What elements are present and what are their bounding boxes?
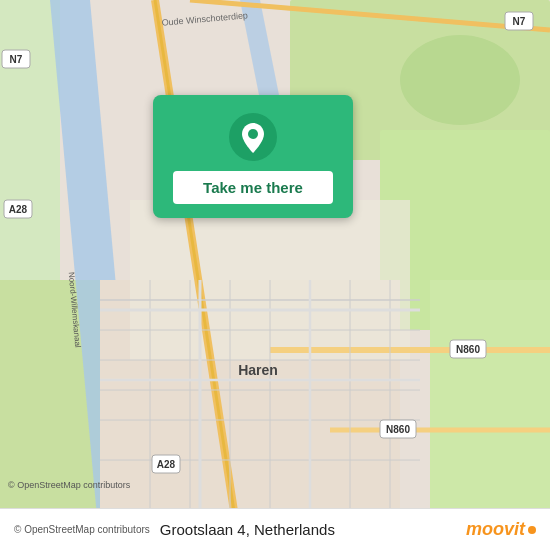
svg-text:Haren: Haren (238, 362, 278, 378)
svg-text:© OpenStreetMap contributors: © OpenStreetMap contributors (8, 480, 131, 490)
moovit-logo: moovit (466, 519, 536, 540)
svg-text:N7: N7 (10, 54, 23, 65)
location-pin-icon (229, 113, 277, 161)
svg-text:A28: A28 (157, 459, 176, 470)
svg-text:N7: N7 (513, 16, 526, 27)
moovit-logo-text: moovit (466, 519, 525, 540)
svg-point-3 (400, 35, 520, 125)
svg-text:N860: N860 (456, 344, 480, 355)
map-svg: N7 N7 A28 A28 N860 N860 Oude Winschoterd… (0, 0, 550, 550)
svg-point-51 (248, 129, 258, 139)
moovit-logo-dot (528, 526, 536, 534)
svg-text:A28: A28 (9, 204, 28, 215)
take-me-there-button[interactable]: Take me there (173, 171, 333, 204)
bottom-bar: © OpenStreetMap contributors Grootslaan … (0, 508, 550, 550)
svg-text:N860: N860 (386, 424, 410, 435)
location-title: Grootslaan 4, Netherlands (150, 521, 466, 538)
map-attribution: © OpenStreetMap contributors (14, 524, 150, 535)
map-container: N7 N7 A28 A28 N860 N860 Oude Winschoterd… (0, 0, 550, 550)
action-card[interactable]: Take me there (153, 95, 353, 218)
